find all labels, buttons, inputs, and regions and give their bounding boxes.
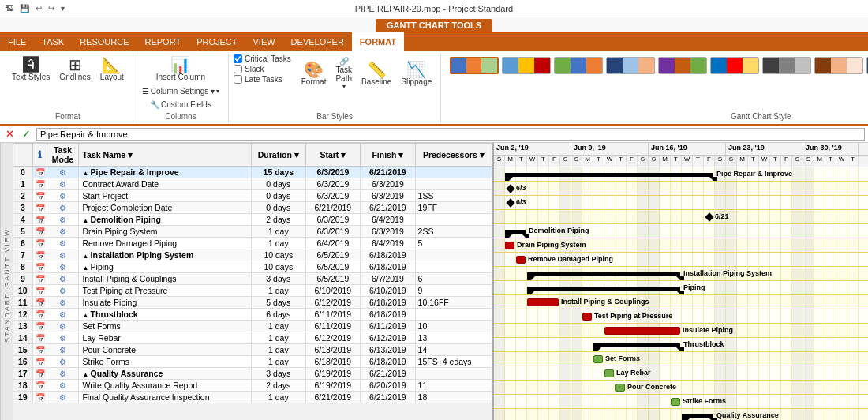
task-name-cell[interactable]: Install Piping & Couplings <box>79 273 252 285</box>
task-name-cell[interactable]: Insulate Piping <box>79 297 252 309</box>
quick-access-toolbar[interactable]: 🏗 💾 ↩ ↪ ▾ <box>3 3 67 13</box>
task-name-cell[interactable]: Remove Damaged Piping <box>79 238 252 249</box>
table-row[interactable]: 8📅⚙▲ Piping10 days6/5/20196/18/2019 <box>13 261 492 273</box>
undo-icon[interactable]: ↩ <box>33 3 44 13</box>
task-info-icon: 📅 <box>32 167 47 178</box>
gantt-bar-label: Insulate Piping <box>683 326 733 334</box>
task-name-cell[interactable]: Set Forms <box>79 321 252 332</box>
gantt-day-header: M <box>660 156 671 167</box>
task-name-cell[interactable]: Lay Rebar <box>79 332 252 344</box>
gantt-style-swatch-5[interactable] <box>710 57 759 74</box>
table-row[interactable]: 2📅⚙Start Project0 days6/3/20196/3/20191S… <box>13 190 492 202</box>
more-icon[interactable]: ▾ <box>58 3 67 13</box>
save-icon[interactable]: 💾 <box>17 3 32 13</box>
insert-column-button[interactable]: 📊 Insert Column <box>152 54 209 84</box>
finish-header[interactable]: Finish ▾ <box>361 144 416 167</box>
gantt-summary-cap-left <box>505 234 513 238</box>
gantt-task-bar <box>593 355 603 363</box>
task-mode-header[interactable]: TaskMode <box>47 144 79 167</box>
gantt-day-header: S <box>638 156 649 167</box>
duration-header[interactable]: Duration ▾ <box>252 144 306 167</box>
table-row[interactable]: 7📅⚙▲ Installation Piping System10 days6/… <box>13 249 492 261</box>
table-row[interactable]: 12📅⚙▲ Thrustblock6 days6/11/20196/18/201… <box>13 309 492 321</box>
gantt-style-swatch-2[interactable] <box>554 57 603 74</box>
gantt-style-swatch-0[interactable] <box>450 57 499 74</box>
slippage-button[interactable]: 📉 Slippage <box>397 59 436 88</box>
task-name-cell[interactable]: ▲ Pipe Repair & Improve <box>79 167 252 178</box>
task-name-cell[interactable]: Start Project <box>79 190 252 202</box>
gantt-style-swatch-1[interactable] <box>502 57 551 74</box>
menu-item-resource[interactable]: RESOURCE <box>72 32 137 51</box>
menu-item-developer[interactable]: DEVELOPER <box>283 32 352 51</box>
gantt-style-swatch-6[interactable] <box>762 57 811 74</box>
task-name-cell[interactable]: Project Completion Date <box>79 202 252 214</box>
custom-fields-button[interactable]: 🔧 Custom Fields <box>146 99 215 111</box>
table-row[interactable]: 14📅⚙Lay Rebar1 day6/12/20196/12/201913 <box>13 332 492 344</box>
task-duration: 15 days <box>252 167 306 178</box>
confirm-button[interactable]: ✓ <box>20 128 33 140</box>
table-row[interactable]: 11📅⚙Insulate Piping5 days6/12/20196/18/2… <box>13 297 492 309</box>
table-row[interactable]: 13📅⚙Set Forms1 day6/11/20196/11/201910 <box>13 321 492 332</box>
task-start: 6/3/2019 <box>305 178 361 190</box>
task-name-cell[interactable]: Strike Forms <box>79 356 252 368</box>
formula-bar: ✕ ✓ <box>0 126 868 143</box>
task-info-icon: 📅 <box>32 261 47 273</box>
cancel-button[interactable]: ✕ <box>3 128 17 140</box>
table-row[interactable]: 18📅⚙Write Quality Assurance Report2 days… <box>13 380 492 392</box>
task-path-button[interactable]: 🔗 TaskPath ▾ <box>331 54 356 92</box>
table-row[interactable]: 3📅⚙Project Completion Date0 days6/21/201… <box>13 202 492 214</box>
task-name-cell[interactable]: Contract Award Date <box>79 178 252 190</box>
menu-item-report[interactable]: REPORT <box>137 32 189 51</box>
task-name-cell[interactable]: Final Quality Assurance Inspection <box>79 392 252 403</box>
table-row[interactable]: 4📅⚙▲ Demolition Piping2 days6/3/20196/4/… <box>13 214 492 226</box>
table-row[interactable]: 6📅⚙Remove Damaged Piping1 day6/4/20196/4… <box>13 238 492 249</box>
table-row[interactable]: 10📅⚙Test Piping at Pressure1 day6/10/201… <box>13 285 492 297</box>
start-header[interactable]: Start ▾ <box>305 144 361 167</box>
menu-item-file[interactable]: FILE <box>0 32 34 51</box>
task-duration: 5 days <box>252 297 306 309</box>
critical-tasks-checkbox[interactable]: Critical Tasks <box>234 54 291 63</box>
task-name-cell[interactable]: ▲ Quality Assurance <box>79 368 252 380</box>
task-name-header[interactable]: Task Name ▾ <box>79 144 252 167</box>
format-button[interactable]: 🎨 Format <box>297 59 331 88</box>
column-settings-button[interactable]: ☰ Column Settings ▾ ▾ <box>138 85 223 97</box>
table-row[interactable]: 16📅⚙Strike Forms1 day6/18/20196/18/20191… <box>13 356 492 368</box>
table-row[interactable]: 19📅⚙Final Quality Assurance Inspection1 … <box>13 392 492 403</box>
menu-item-view[interactable]: VIEW <box>245 32 282 51</box>
gridlines-button[interactable]: ⊞ Gridlines <box>55 54 94 84</box>
task-name-cell[interactable]: Drain Piping System <box>79 226 252 238</box>
text-styles-button[interactable]: 🅰 Text Styles <box>8 54 54 84</box>
task-name-cell[interactable]: Write Quality Assurance Report <box>79 380 252 392</box>
gantt-tools-tab[interactable]: GANTT CHART TOOLS <box>376 19 492 32</box>
table-row[interactable]: 17📅⚙▲ Quality Assurance3 days6/19/20196/… <box>13 368 492 380</box>
task-name-cell[interactable]: ▲ Demolition Piping <box>79 214 252 226</box>
gantt-style-swatch-4[interactable] <box>658 57 707 74</box>
late-tasks-checkbox[interactable]: Late Tasks <box>234 75 291 84</box>
slack-checkbox[interactable]: Slack <box>234 65 291 73</box>
menu-item-task[interactable]: TASK <box>34 32 72 51</box>
table-row[interactable]: 5📅⚙Drain Piping System1 day6/3/20196/3/2… <box>13 226 492 238</box>
redo-icon[interactable]: ↪ <box>46 3 57 13</box>
formula-input[interactable] <box>36 128 865 141</box>
task-info-icon: 📅 <box>32 356 47 368</box>
task-name-cell[interactable]: Pour Concrete <box>79 344 252 356</box>
table-row[interactable]: 15📅⚙Pour Concrete1 day6/13/20196/13/2019… <box>13 344 492 356</box>
table-row[interactable]: 9📅⚙Install Piping & Couplings3 days6/5/2… <box>13 273 492 285</box>
layout-button[interactable]: 📐 Layout <box>96 54 128 84</box>
gantt-style-swatch-3[interactable] <box>606 57 655 74</box>
text-styles-label: Text Styles <box>12 73 50 81</box>
task-name-cell[interactable]: ▲ Piping <box>79 261 252 273</box>
task-name-cell[interactable]: ▲ Thrustblock <box>79 309 252 321</box>
predecessors-header[interactable]: Predecessors ▾ <box>415 144 492 167</box>
table-row[interactable]: 1📅⚙Contract Award Date0 days6/3/20196/3/… <box>13 178 492 190</box>
gantt-style-swatch-7[interactable] <box>814 57 863 74</box>
task-name-cell[interactable]: Test Piping at Pressure <box>79 285 252 297</box>
menu-item-project[interactable]: PROJECT <box>189 32 245 51</box>
task-collapse-icon: ▲ <box>82 253 90 260</box>
baseline-button[interactable]: 📏 Baseline <box>357 59 395 88</box>
task-finish: 6/7/2019 <box>361 273 416 285</box>
gantt-summary-bar <box>527 272 680 276</box>
task-name-cell[interactable]: ▲ Installation Piping System <box>79 249 252 261</box>
table-row[interactable]: 0📅⚙▲ Pipe Repair & Improve15 days6/3/201… <box>13 167 492 178</box>
menu-item-format[interactable]: FORMAT <box>352 32 404 51</box>
